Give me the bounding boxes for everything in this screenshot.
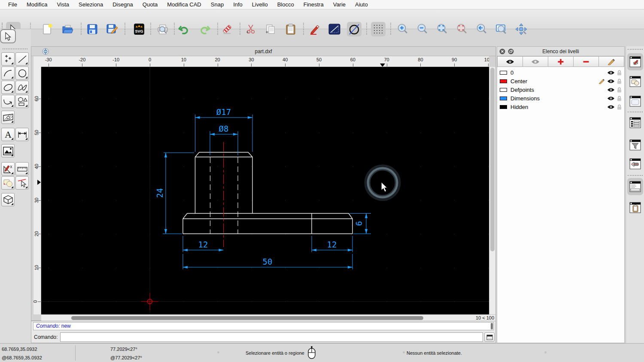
- layer-visible-icon[interactable]: [607, 105, 615, 109]
- layer-row-defpoints[interactable]: Defpoints: [497, 85, 624, 94]
- menu-item-file[interactable]: File: [3, 0, 22, 9]
- block-list-dock-button[interactable]: [629, 75, 642, 88]
- horizontal-scrollbar[interactable]: [41, 314, 471, 321]
- ellipse-tool-button[interactable]: [1, 81, 15, 94]
- layer-lock-icon[interactable]: [617, 96, 622, 101]
- layer-color-swatch[interactable]: [500, 105, 507, 109]
- layer-visible-icon[interactable]: [607, 96, 615, 101]
- layer-color-swatch[interactable]: [500, 97, 507, 100]
- image-tool-button[interactable]: [1, 144, 15, 157]
- layer-row-0[interactable]: 0: [497, 68, 624, 77]
- hatch-tool-button[interactable]: [1, 111, 15, 124]
- layer-lock-icon[interactable]: [617, 78, 622, 84]
- zoom-window-button[interactable]: [494, 22, 509, 36]
- circle-tool-button[interactable]: [347, 22, 361, 36]
- history-scrollbar-thumb[interactable]: [491, 323, 493, 329]
- cut-button[interactable]: [243, 22, 258, 36]
- layer-row-hidden[interactable]: Hidden: [497, 103, 624, 111]
- menu-item-blocco[interactable]: Blocco: [273, 0, 299, 9]
- menu-item-finestra[interactable]: Finestra: [299, 0, 328, 9]
- layer-row-dimensions[interactable]: Dimensions: [497, 94, 624, 103]
- entity-list-dock-button[interactable]: [629, 116, 642, 129]
- menu-item-livello[interactable]: Livello: [247, 0, 273, 9]
- line-tool-button-palette[interactable]: [15, 52, 29, 66]
- window-titlebar[interactable]: part.dxf: [31, 47, 495, 56]
- palette-select-button[interactable]: [0, 29, 16, 43]
- command-detach-button[interactable]: [484, 332, 495, 342]
- layer-color-swatch[interactable]: [500, 71, 507, 75]
- zoom-redraw-button[interactable]: [455, 22, 469, 36]
- text-tool-button[interactable]: A: [1, 128, 15, 141]
- circle-tool-button-palette[interactable]: [15, 66, 29, 80]
- solid-3d-tool-button[interactable]: [1, 193, 15, 206]
- layer-color-swatch[interactable]: [500, 88, 507, 92]
- paste-button[interactable]: [283, 22, 298, 36]
- svg-export-button[interactable]: SVG: [132, 22, 146, 36]
- layer-color-swatch[interactable]: [500, 79, 507, 83]
- vertical-scrollbar-thumb[interactable]: [490, 68, 495, 251]
- measure-tool-button[interactable]: [15, 162, 29, 175]
- arc-tool-button[interactable]: [1, 66, 15, 80]
- float-panel-icon[interactable]: [508, 48, 514, 54]
- layer-list-dock-button[interactable]: [629, 55, 642, 68]
- save-button[interactable]: [85, 22, 100, 36]
- layer-visible-icon[interactable]: [607, 70, 615, 75]
- vertical-scrollbar[interactable]: [489, 67, 495, 314]
- layer-visible-icon[interactable]: [607, 79, 615, 84]
- menu-item-aiuto[interactable]: Aiuto: [350, 0, 373, 9]
- new-file-button[interactable]: [40, 22, 55, 36]
- edit-layer-button[interactable]: [599, 56, 624, 67]
- layer-lock-icon[interactable]: [617, 104, 622, 110]
- horizontal-scrollbar-thumb[interactable]: [71, 316, 423, 320]
- menu-item-disegna[interactable]: Disegna: [108, 0, 138, 9]
- zoom-pan-button[interactable]: [514, 22, 529, 36]
- pen-palette-dock-button[interactable]: [629, 157, 642, 170]
- layer-visible-icon[interactable]: [607, 87, 615, 92]
- open-file-button[interactable]: [61, 22, 75, 36]
- spline-tool-button[interactable]: [15, 81, 29, 94]
- remove-layer-button[interactable]: [574, 56, 599, 67]
- edit-entity-button[interactable]: [307, 22, 322, 36]
- undo-button[interactable]: [176, 22, 191, 36]
- copy-button[interactable]: [263, 22, 278, 36]
- command-widget-dock-button[interactable]: [629, 180, 642, 193]
- redo-button[interactable]: [197, 22, 212, 36]
- filter-dock-button[interactable]: [629, 138, 642, 151]
- menu-item-quota[interactable]: Quota: [138, 0, 162, 9]
- menu-item-modifica-cad[interactable]: Modifica CAD: [162, 0, 206, 9]
- menu-item-info[interactable]: Info: [228, 0, 247, 9]
- add-layer-button[interactable]: [548, 56, 574, 67]
- line-tool-button[interactable]: [327, 22, 342, 36]
- command-input[interactable]: [60, 332, 483, 342]
- print-preview-button[interactable]: [155, 22, 170, 36]
- zoom-in-button[interactable]: [395, 22, 410, 36]
- layer-row-center[interactable]: Center: [497, 77, 624, 85]
- menu-item-snap[interactable]: Snap: [206, 0, 228, 9]
- menu-item-seleziona[interactable]: Seleziona: [74, 0, 108, 9]
- zoom-out-button[interactable]: [415, 22, 430, 36]
- save-as-button[interactable]: [105, 22, 119, 36]
- shapes-tool-button[interactable]: [15, 95, 29, 108]
- eraser-button[interactable]: [220, 22, 234, 36]
- menu-item-varie[interactable]: Varie: [328, 0, 350, 9]
- drawing-canvas[interactable]: Ø17 Ø8 24 6 12 12 50: [41, 67, 489, 314]
- zoom-auto-button[interactable]: [435, 22, 450, 36]
- select-entity-tool-button[interactable]: [15, 176, 29, 190]
- dimension-tool-button[interactable]: [15, 128, 29, 141]
- menu-item-vista[interactable]: Vista: [52, 0, 74, 9]
- points-tool-button[interactable]: [1, 52, 15, 66]
- layer-lock-icon[interactable]: [617, 70, 622, 75]
- modify-tools-button[interactable]: [1, 162, 15, 175]
- layer-lock-icon[interactable]: [617, 87, 622, 93]
- zoom-previous-button[interactable]: [474, 22, 489, 36]
- polyline-tool-button[interactable]: [1, 95, 15, 108]
- blocks-tool-button[interactable]: [1, 176, 15, 190]
- close-panel-icon[interactable]: [499, 48, 505, 54]
- clipboard-dock-button[interactable]: [629, 201, 642, 214]
- library-browser-dock-button[interactable]: [629, 94, 642, 108]
- shapes-icon: [17, 97, 27, 107]
- show-all-layers-button[interactable]: [497, 56, 523, 67]
- hide-all-layers-button[interactable]: [523, 56, 548, 67]
- snap-grid-button[interactable]: [371, 22, 386, 36]
- menu-item-modifica[interactable]: Modifica: [22, 0, 52, 9]
